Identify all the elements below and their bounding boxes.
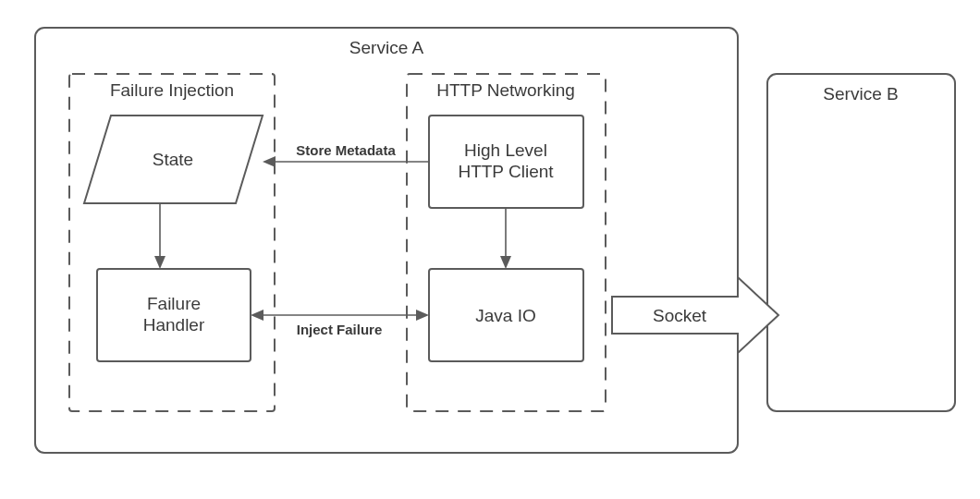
service-b-title: Service B xyxy=(823,84,898,103)
state-label: State xyxy=(153,150,193,169)
http-client-label2: HTTP Client xyxy=(458,162,554,181)
failure-handler-label2: Handler xyxy=(143,315,205,335)
socket-label: Socket xyxy=(653,306,707,325)
http-client-label1: High Level xyxy=(464,140,547,160)
java-io-label: Java IO xyxy=(475,306,535,325)
service-a-title: Service A xyxy=(349,38,424,57)
service-b-container xyxy=(767,74,955,411)
store-metadata-label: Store Metadata xyxy=(296,142,396,158)
failure-injection-title: Failure Injection xyxy=(110,80,234,100)
http-networking-title: HTTP Networking xyxy=(436,80,575,100)
inject-failure-label: Inject Failure xyxy=(297,322,383,337)
architecture-diagram: Service A Service B Failure Injection HT… xyxy=(0,0,980,499)
failure-handler-label1: Failure xyxy=(147,294,201,313)
